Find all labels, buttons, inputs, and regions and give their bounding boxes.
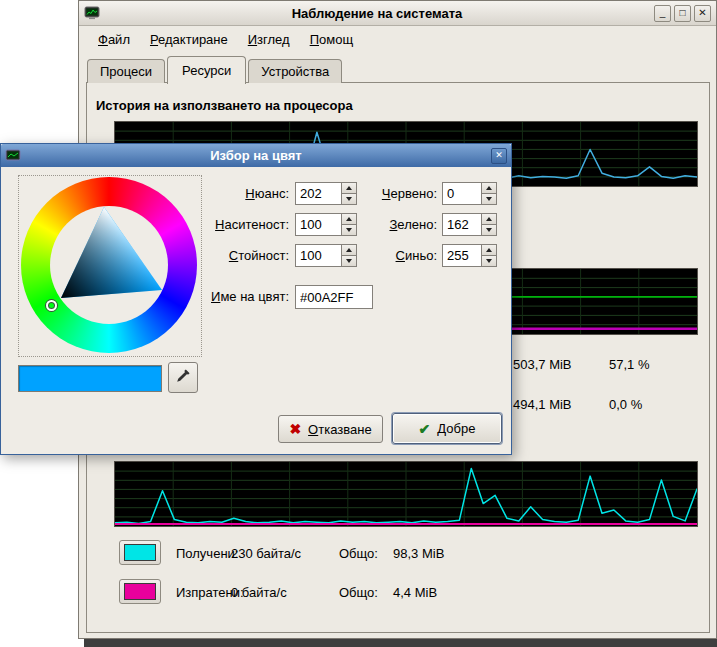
main-titlebar[interactable]: Наблюдение на системата _ □ ✕: [79, 1, 716, 26]
swap-used-percent: 0,0 %: [609, 397, 642, 412]
memory-used-percent: 57,1 %: [609, 357, 649, 372]
sent-total-label: Общо:: [339, 585, 378, 600]
cancel-button-label: Отказване: [308, 422, 372, 437]
value-label: Стойност:: [171, 248, 289, 263]
menu-edit[interactable]: Редактиране: [140, 29, 238, 50]
tab-bar: Процеси Ресурси Устройства: [87, 56, 344, 83]
cancel-button[interactable]: ✖ Отказване: [278, 415, 383, 443]
red-increment-button[interactable]: [481, 182, 497, 194]
tab-resources[interactable]: Ресурси: [167, 56, 246, 84]
blue-label: Синьо:: [331, 248, 437, 263]
cancel-x-icon: ✖: [289, 422, 301, 436]
red-input[interactable]: [442, 182, 482, 205]
red-label: Червено:: [331, 186, 437, 201]
green-decrement-button[interactable]: [481, 225, 497, 236]
received-total: 98,3 MiB: [393, 546, 444, 561]
tab-devices[interactable]: Устройства: [248, 59, 342, 83]
eyedropper-icon: [175, 368, 191, 387]
color-wheel[interactable]: [18, 175, 202, 357]
maximize-button[interactable]: □: [674, 5, 691, 22]
dialog-close-button[interactable]: ✕: [491, 148, 507, 164]
color-name-label: Име на цвят:: [171, 289, 289, 304]
ok-button-label: Добре: [437, 421, 475, 436]
color-name-input[interactable]: [295, 285, 373, 309]
eyedropper-button[interactable]: [168, 362, 198, 393]
hsv-triangle[interactable]: [21, 177, 197, 353]
dialog-titlebar[interactable]: Избор на цвят ✕: [1, 144, 511, 167]
menu-bar: Файл Редактиране Изглед Помощ: [79, 26, 716, 52]
green-input[interactable]: [442, 213, 482, 236]
menu-file[interactable]: Файл: [88, 29, 140, 50]
window-title: Наблюдение на системата: [100, 6, 654, 21]
green-label: Зелено:: [331, 217, 437, 232]
sent-color-button[interactable]: [119, 579, 161, 604]
ok-button[interactable]: ✔ Добре: [392, 413, 502, 444]
memory-used-value: 503,7 MiB: [513, 357, 572, 372]
green-increment-button[interactable]: [481, 213, 497, 225]
tab-processes[interactable]: Процеси: [87, 59, 165, 83]
menu-help[interactable]: Помощ: [300, 29, 363, 50]
sent-total: 4,4 MiB: [393, 585, 437, 600]
network-history-chart: [114, 461, 698, 527]
color-preview: [18, 365, 162, 392]
dialog-icon: [5, 148, 21, 164]
hue-marker[interactable]: [46, 300, 57, 311]
system-monitor-icon: [84, 5, 100, 21]
minimize-button[interactable]: _: [654, 5, 671, 22]
close-button[interactable]: ✕: [694, 5, 711, 22]
sent-color-swatch: [124, 583, 156, 600]
swap-used-value: 494,1 MiB: [513, 397, 572, 412]
blue-decrement-button[interactable]: [481, 256, 497, 267]
blue-increment-button[interactable]: [481, 244, 497, 256]
blue-input[interactable]: [442, 244, 482, 267]
desktop: Наблюдение на системата _ □ ✕ Файл Редак…: [0, 0, 717, 647]
red-decrement-button[interactable]: [481, 194, 497, 205]
dialog-title: Избор на цвят: [21, 148, 491, 163]
menu-view[interactable]: Изглед: [238, 29, 300, 50]
window-bottom-shadow: [84, 639, 717, 647]
sent-rate: 0 байта/с: [231, 585, 287, 600]
color-picker-dialog: Избор на цвят ✕: [0, 143, 512, 455]
received-rate: 230 байта/с: [231, 546, 301, 561]
window-controls: _ □ ✕: [654, 5, 711, 22]
received-color-swatch: [124, 544, 156, 561]
received-total-label: Общо:: [339, 546, 378, 561]
received-label: Получени:: [176, 546, 238, 561]
ok-check-icon: ✔: [419, 422, 431, 436]
cpu-history-heading: История на използването на процесора: [96, 98, 353, 113]
hue-label: Нюанс:: [171, 186, 289, 201]
saturation-label: Наситеност:: [171, 217, 289, 232]
received-color-button[interactable]: [119, 540, 161, 565]
